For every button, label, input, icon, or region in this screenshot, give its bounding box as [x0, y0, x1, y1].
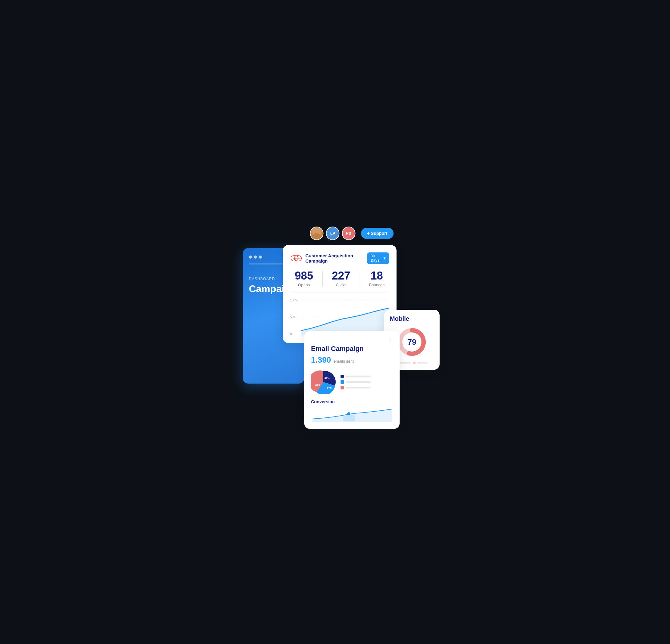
- svg-text:41%: 41%: [324, 377, 330, 380]
- email-campaign-card: ⋮ Email Campaign 1.390 emails sent 41% 3…: [304, 331, 400, 429]
- donut-value: 79: [407, 338, 416, 347]
- chevron-down-icon: ▾: [384, 256, 386, 260]
- avatar-lp: LP: [326, 226, 339, 240]
- email-count-value: 1.390: [311, 355, 331, 365]
- analytics-chart: 100% 50% 0: [290, 299, 389, 336]
- clicks-label: Clicks: [332, 282, 350, 287]
- stat-opens: 985 Opens: [295, 270, 313, 287]
- legend-line-3: [346, 387, 371, 389]
- email-count-label: emails sent: [334, 359, 354, 364]
- mobile-legend-item-2: [413, 362, 428, 364]
- bounces-label: Bounces: [369, 282, 385, 287]
- svg-text:media: media: [297, 258, 300, 260]
- svg-text:22%: 22%: [315, 384, 320, 386]
- dot-1: [249, 255, 252, 259]
- opens-value: 985: [295, 270, 313, 281]
- sidebar-separator: [249, 263, 288, 264]
- legend-item-2: [340, 380, 371, 384]
- pie-legend: [340, 374, 371, 390]
- legend-dot-1: [340, 374, 344, 378]
- donut-chart: 79: [397, 327, 427, 357]
- legend-dot-3: [340, 386, 344, 390]
- dot-3: [259, 255, 262, 259]
- stat-clicks: 227 Clicks: [332, 270, 350, 287]
- avatar-photo: [310, 226, 323, 240]
- legend-item-1: [340, 374, 371, 378]
- legend-line-1: [346, 376, 371, 378]
- opens-label: Opens: [295, 282, 313, 287]
- legend-line-2: [346, 381, 371, 383]
- stat-divider-2: [360, 271, 360, 287]
- legend-dot-2: [340, 380, 344, 384]
- top-bar: LP PB + Support: [310, 226, 393, 240]
- clicks-value: 227: [332, 270, 350, 281]
- email-count-row: 1.390 emails sent: [311, 355, 393, 365]
- chart-y-labels: 100% 50% 0: [290, 299, 298, 336]
- legend-item-3: [340, 386, 371, 390]
- scene: LP PB + Support DASHBOARD Campaign vi: [243, 226, 427, 418]
- svg-text:37%: 37%: [327, 387, 332, 390]
- svg-rect-11: [343, 415, 355, 421]
- email-pie-chart: 41% 37% 22%: [311, 370, 336, 394]
- mobile-legend-line-2: [417, 362, 428, 364]
- stat-bounces: 18 Bounces: [369, 270, 385, 287]
- dot-2: [254, 255, 257, 259]
- avatar-pb: PB: [342, 226, 355, 240]
- card-title: Customer Acquisition Campaign: [306, 253, 367, 263]
- days-badge[interactable]: 30 Days ▾: [367, 252, 389, 264]
- support-button[interactable]: + Support: [361, 228, 393, 239]
- more-options-button[interactable]: ⋮: [311, 338, 393, 345]
- bounces-value: 18: [369, 270, 385, 281]
- card-brand: virgin media Customer Acquisition Campai…: [290, 253, 367, 263]
- conversion-chart: [311, 407, 393, 422]
- stats-row: 985 Opens 227 Clicks 18 Bounces: [290, 270, 389, 292]
- stat-divider-1: [322, 271, 323, 287]
- email-card-title: Email Campaign: [311, 345, 393, 353]
- mobile-card-title: Mobile: [390, 315, 434, 322]
- mobile-legend-line-1: [400, 362, 411, 364]
- virgin-media-logo: virgin media: [290, 254, 303, 263]
- main-analytics-card: virgin media Customer Acquisition Campai…: [283, 245, 397, 343]
- conversion-label: Conversion: [311, 399, 393, 404]
- mobile-legend-dot-2: [413, 362, 416, 364]
- svg-point-10: [347, 412, 350, 415]
- email-chart-row: 41% 37% 22%: [311, 370, 393, 394]
- card-header: virgin media Customer Acquisition Campai…: [290, 252, 389, 264]
- chart-svg-container: [301, 299, 389, 336]
